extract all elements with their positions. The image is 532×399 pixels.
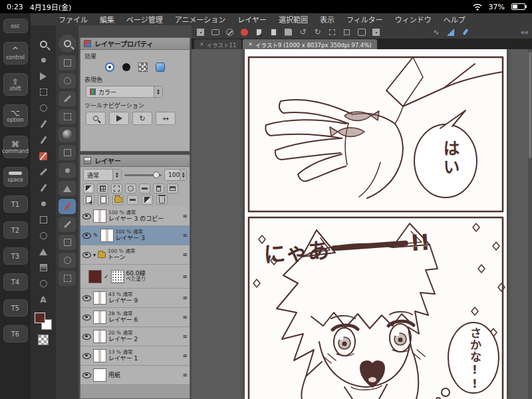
menu-edit[interactable]: 編集: [100, 14, 114, 25]
key-t4[interactable]: T4: [3, 273, 28, 291]
blend-mode-dropdown[interactable]: 通常 ▲▼: [83, 169, 122, 181]
paper-layer-row[interactable]: 用紙 ≡: [80, 366, 190, 385]
key-t2[interactable]: T2: [3, 221, 28, 239]
key-esc[interactable]: esc: [3, 19, 28, 33]
redo-icon[interactable]: ↻: [313, 27, 323, 37]
new-layer-button[interactable]: [83, 195, 94, 205]
nav-select-button[interactable]: [109, 112, 129, 125]
opacity-slider[interactable]: [124, 174, 162, 176]
drag-handle-icon[interactable]: ≡: [182, 372, 188, 378]
transfer-layer-button[interactable]: [127, 195, 138, 205]
tone-layer-row[interactable]: ✓ 60.0線 べた塗り ≡: [80, 265, 190, 289]
menu-layer[interactable]: レイヤー: [237, 14, 267, 25]
dropdown-stepper-icon[interactable]: ▲▼: [154, 86, 162, 97]
undo-icon[interactable]: ↺: [298, 27, 308, 37]
visibility-eye-icon[interactable]: [82, 334, 91, 340]
canvas-area[interactable]: はい にゃあ !! さかな!!: [192, 49, 532, 399]
touch-gesture-off-icon[interactable]: [225, 27, 235, 37]
sub-tool-icon[interactable]: [59, 235, 76, 250]
opacity-stepper-icon[interactable]: ▲▼: [180, 170, 186, 180]
draft-button[interactable]: [153, 184, 164, 194]
zoom-tool-icon[interactable]: [36, 37, 51, 51]
visibility-eye-icon[interactable]: [82, 295, 91, 301]
palette-color-button[interactable]: [167, 184, 178, 194]
layer-folder-row[interactable]: ▾ 100 % 通常 トーン ≡: [80, 245, 190, 265]
merge-layer-button[interactable]: [142, 195, 153, 205]
drag-handle-icon[interactable]: ≡: [182, 232, 188, 239]
color-swatches[interactable]: [35, 313, 52, 330]
nav-zoom-button[interactable]: [86, 112, 106, 125]
drag-handle-icon[interactable]: ≡: [182, 251, 188, 258]
key-shift[interactable]: ⇧shift: [3, 73, 28, 96]
figure-tool-icon[interactable]: [36, 277, 51, 291]
text-tool-icon[interactable]: A: [36, 293, 51, 307]
layer-color-effect-icon[interactable]: [156, 63, 165, 72]
set-ruler-button[interactable]: [139, 184, 150, 194]
layer-panel-header[interactable]: レイヤー: [80, 155, 190, 167]
cut-icon[interactable]: [327, 27, 337, 37]
record-icon[interactable]: [239, 27, 249, 37]
menu-view[interactable]: 表示: [320, 14, 334, 25]
key-option[interactable]: ⌥option: [3, 104, 28, 127]
sub-tool-icon[interactable]: [59, 217, 76, 232]
nav-flip-button[interactable]: ↔: [156, 112, 176, 125]
grid-toggle-icon[interactable]: [371, 27, 381, 37]
snap-pin-icon[interactable]: [460, 27, 470, 37]
key-control[interactable]: ^control: [3, 42, 28, 65]
quick-zoom-icon[interactable]: [59, 35, 76, 53]
tablet-mode-icon[interactable]: [210, 27, 220, 37]
material-sphere-icon[interactable]: [59, 127, 76, 142]
selection-tool-icon[interactable]: [36, 85, 51, 99]
airbrush-tool-icon[interactable]: [36, 197, 51, 211]
visibility-eye-icon[interactable]: [82, 353, 91, 359]
lock-transparent-button[interactable]: [125, 184, 136, 194]
visibility-eye-icon[interactable]: [82, 315, 91, 321]
clip-button[interactable]: [97, 184, 108, 194]
drag-handle-icon[interactable]: ≡: [182, 333, 188, 340]
lock-button[interactable]: [111, 184, 122, 194]
sub-tool-icon[interactable]: [59, 163, 76, 178]
menu-window[interactable]: ウィンドウ: [395, 14, 432, 25]
layer-row[interactable]: 13 % 通常 レイヤー 1 ≡: [80, 346, 190, 366]
pen-tool-icon[interactable]: [36, 133, 51, 147]
ruler-icon[interactable]: [446, 27, 456, 37]
sub-tool-icon[interactable]: [59, 271, 76, 286]
move-tool-icon[interactable]: [36, 53, 51, 67]
visibility-eye-icon[interactable]: [82, 233, 91, 239]
pattern-effect-icon[interactable]: [138, 63, 148, 72]
collapse-panels-icon[interactable]: ««: [521, 28, 528, 37]
close-tab-icon[interactable]: ×: [200, 41, 204, 47]
layer-row[interactable]: 100 % 通常 レイヤー 3 のコピー ≡: [80, 207, 190, 226]
menu-page-manage[interactable]: ページ管理: [126, 14, 163, 25]
brush-tool-icon[interactable]: [36, 181, 51, 195]
eyedropper-tool-icon[interactable]: [36, 117, 51, 131]
key-t3[interactable]: T3: [3, 247, 28, 265]
key-space[interactable]: space: [3, 167, 28, 187]
vector-line-icon[interactable]: ∿: [431, 27, 441, 37]
layer-row[interactable]: 20 % 通常 レイヤー 2 ≡: [80, 327, 190, 346]
opacity-slider-thumb[interactable]: [153, 172, 160, 178]
expression-color-dropdown[interactable]: カラー ▲▼: [86, 86, 163, 98]
key-command[interactable]: ⌘command: [3, 136, 28, 158]
visibility-eye-icon[interactable]: [82, 252, 91, 258]
menu-selection[interactable]: 選択範囲: [279, 14, 308, 25]
drag-handle-icon[interactable]: ≡: [182, 273, 188, 280]
menu-filter[interactable]: フィルター: [346, 14, 383, 25]
paste-icon[interactable]: [356, 27, 366, 37]
sub-tool-icon[interactable]: [59, 55, 76, 70]
gradient-tool-icon[interactable]: [36, 261, 51, 275]
sub-tool-icon[interactable]: [59, 181, 76, 196]
drag-handle-icon[interactable]: ≡: [182, 352, 188, 359]
layer-property-header[interactable]: レイヤープロパティ: [80, 38, 190, 50]
delete-layer-button[interactable]: [156, 195, 168, 205]
operation-tool-icon[interactable]: [36, 69, 51, 83]
key-t6[interactable]: T6: [3, 325, 28, 342]
sub-tool-icon[interactable]: [59, 145, 76, 160]
transparent-color-swatch[interactable]: [38, 334, 49, 345]
tone-effect-icon[interactable]: [122, 63, 130, 71]
key-t5[interactable]: T5: [3, 299, 28, 317]
lasso-tool-icon[interactable]: [36, 101, 51, 115]
sub-tool-icon[interactable]: [59, 253, 76, 268]
tab-illustration-11[interactable]: × イラスト11: [194, 39, 241, 49]
new-folder-button[interactable]: [112, 195, 124, 205]
